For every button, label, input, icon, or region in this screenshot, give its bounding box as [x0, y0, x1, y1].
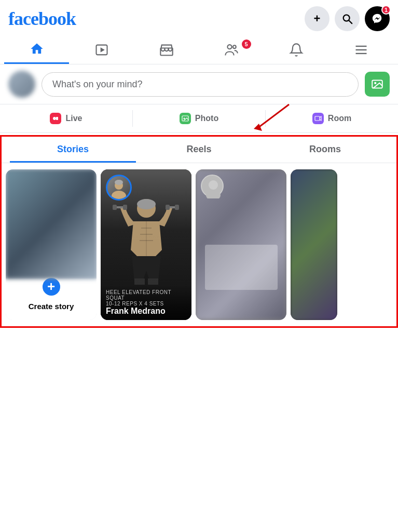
nav-marketplace[interactable] [134, 36, 199, 63]
frank-text: HEEL ELEVATED FRONT SQUAT10-12 REPS X 4 … [101, 285, 191, 320]
header-icons: + 1 [305, 6, 390, 31]
stories-cards: + Create story [2, 163, 396, 326]
nav-watch[interactable] [69, 36, 134, 63]
svg-rect-31 [123, 205, 127, 210]
room-icon [312, 113, 324, 124]
groups-badge: 5 [242, 39, 251, 49]
svg-point-36 [112, 191, 126, 199]
tab-rooms[interactable]: Rooms [262, 137, 388, 163]
svg-rect-32 [166, 205, 170, 210]
svg-line-1 [349, 20, 352, 23]
watch-icon [94, 43, 109, 57]
frank-story-card[interactable]: HEEL ELEVATED FRONT SQUAT10-12 REPS X 4 … [101, 169, 191, 320]
messenger-icon [372, 13, 383, 24]
svg-point-35 [115, 180, 123, 185]
svg-rect-33 [175, 205, 179, 210]
live-label: Live [65, 114, 82, 123]
svg-point-6 [233, 45, 236, 48]
svg-rect-30 [113, 205, 117, 210]
groups-icon [224, 43, 239, 57]
blurred-avatar-1 [201, 175, 224, 197]
svg-marker-3 [100, 47, 104, 52]
svg-point-5 [228, 45, 232, 49]
nav-bar: 5 [0, 35, 398, 64]
stories-section: Stories Reels Rooms + Create story [0, 135, 398, 328]
svg-point-11 [374, 82, 376, 84]
header: facebook + 1 [0, 0, 398, 35]
nav-groups[interactable]: 5 [199, 36, 264, 63]
post-input[interactable]: What's on your mind? [42, 72, 359, 97]
partial-bg [291, 169, 337, 320]
create-story-bottom: + Create story [6, 278, 97, 320]
photo-action-icon [180, 113, 191, 124]
nav-menu[interactable] [329, 36, 394, 63]
svg-point-37 [209, 180, 218, 190]
messenger-badge: 1 [381, 5, 391, 15]
room-button[interactable]: Room [266, 109, 398, 128]
photo-label: Photo [195, 114, 218, 123]
live-button[interactable]: Live [0, 109, 132, 128]
room-label: Room [328, 114, 351, 123]
svg-point-38 [206, 190, 221, 198]
blurred-story-card-2[interactable] [291, 169, 337, 320]
stories-tabs: Stories Reels Rooms [2, 137, 396, 163]
photo-button[interactable]: Photo [133, 109, 265, 128]
frank-exercise-text: HEEL ELEVATED FRONT SQUAT10-12 REPS X 4 … [106, 289, 186, 307]
svg-point-21 [137, 199, 156, 209]
create-story-label: Create story [29, 302, 74, 311]
create-plus-icon: + [40, 276, 62, 298]
tab-stories[interactable]: Stories [10, 137, 136, 163]
add-button[interactable]: + [305, 6, 330, 31]
menu-icon [354, 43, 368, 57]
action-row: Live Photo Room [0, 104, 398, 133]
svg-rect-22 [134, 278, 145, 285]
nav-notifications[interactable] [264, 36, 329, 63]
user-avatar [8, 71, 35, 98]
bell-icon [289, 43, 304, 57]
post-box: What's on your mind? [0, 64, 398, 104]
facebook-logo: facebook [8, 8, 76, 30]
live-icon [50, 113, 61, 124]
blurred-story-card-1[interactable] [196, 169, 286, 320]
home-icon [30, 42, 44, 56]
photo-icon [370, 77, 384, 91]
search-button[interactable] [335, 6, 360, 31]
messenger-button[interactable]: 1 [365, 6, 390, 31]
plus-icon: + [314, 12, 321, 25]
frank-figure [113, 198, 180, 286]
nav-home[interactable] [4, 35, 69, 64]
create-story-card[interactable]: + Create story [6, 169, 97, 320]
svg-rect-23 [148, 278, 158, 285]
svg-point-14 [53, 117, 56, 120]
create-story-image [6, 169, 97, 278]
tab-reels[interactable]: Reels [136, 137, 262, 163]
photo-video-button[interactable] [365, 72, 390, 97]
frank-avatar [106, 175, 132, 201]
blurred-content [205, 245, 278, 290]
svg-rect-15 [56, 117, 58, 120]
svg-rect-18 [315, 116, 320, 121]
svg-rect-4 [160, 48, 172, 55]
frank-name: Frank Medrano [106, 307, 186, 316]
marketplace-icon [159, 43, 174, 57]
search-icon [341, 13, 353, 24]
svg-point-17 [183, 118, 185, 119]
